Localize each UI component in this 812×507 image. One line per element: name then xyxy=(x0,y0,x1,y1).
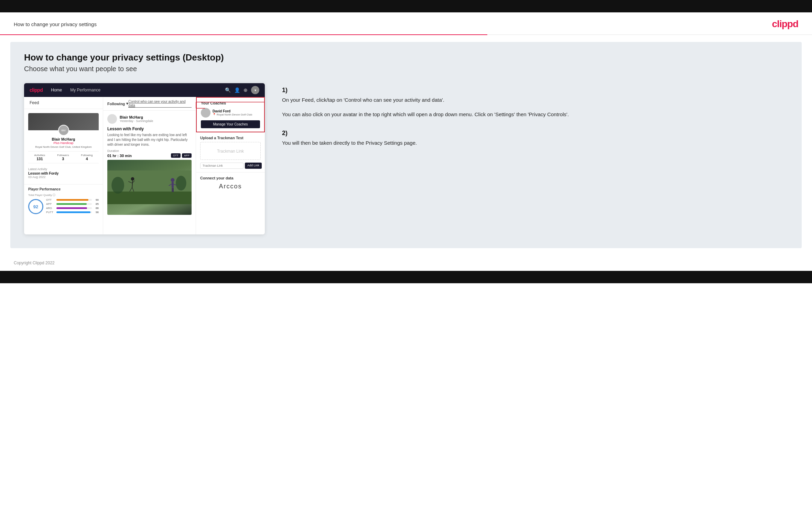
pp-quality-row: 92 OTT 90 APP xyxy=(28,198,99,215)
manage-coaches-button[interactable]: Manage Your Coaches xyxy=(201,120,260,128)
logo: clippd xyxy=(772,19,798,30)
control-privacy-link[interactable]: Control who can see your activity and da… xyxy=(128,100,192,108)
coach-avatar xyxy=(201,108,210,118)
instruction-1: 1) On your Feed, click/tap on 'Control w… xyxy=(282,87,781,119)
post-header: Blair McHarg Yesterday · Sunningdale xyxy=(107,114,192,124)
instruction-2: 2) You will then be taken directly to th… xyxy=(282,130,781,147)
svg-point-2 xyxy=(111,177,124,194)
bar-ott-fill xyxy=(56,199,88,201)
app-navbar: clippd Home My Performance 🔍 👤 ⊕ ▾ xyxy=(24,83,265,97)
profile-handicap: Plus Handicap xyxy=(28,141,99,145)
post-author-name: Blair McHarg xyxy=(120,115,153,119)
stat-activities-value: 131 xyxy=(34,157,45,161)
tag-ott: OTT xyxy=(171,153,181,158)
nav-home[interactable]: Home xyxy=(51,88,62,92)
stat-following: Following 4 xyxy=(81,154,93,161)
coaches-widget: Your Coaches David Ford 📍 Royal North De… xyxy=(196,97,265,132)
app-logo: clippd xyxy=(30,87,43,93)
svg-point-4 xyxy=(131,177,134,181)
latest-activity-name: Lesson with Fordy xyxy=(28,172,99,175)
app-sidebar: Feed BM Blair McHarg Plus Handicap Royal… xyxy=(24,97,103,234)
instruction-2-number: 2) xyxy=(282,130,781,137)
post-body: Looking to feel like my hands are exitin… xyxy=(107,133,192,147)
svg-point-10 xyxy=(171,178,174,182)
golf-scene xyxy=(107,160,192,215)
app-mockup: clippd Home My Performance 🔍 👤 ⊕ ▾ Feed xyxy=(24,83,265,234)
nav-my-performance[interactable]: My Performance xyxy=(70,88,100,92)
bar-arg-value: 86 xyxy=(93,207,99,210)
app-feed: Following ▾ Control who can see your act… xyxy=(103,97,196,234)
content-row: clippd Home My Performance 🔍 👤 ⊕ ▾ Feed xyxy=(24,83,788,234)
feed-controls: Following ▾ Control who can see your act… xyxy=(103,97,196,111)
trackman-input-row: Add Link xyxy=(200,163,261,169)
page-subheading: Choose what you want people to see xyxy=(24,65,788,73)
main-content: How to change your privacy settings (Des… xyxy=(10,42,802,248)
search-icon[interactable]: 🔍 xyxy=(225,87,231,93)
stat-followers-label: Followers xyxy=(57,154,69,157)
pin-icon: 📍 xyxy=(213,113,216,116)
coaches-title: Your Coaches xyxy=(201,101,260,105)
profile-card: BM Blair McHarg Plus Handicap Royal Nort… xyxy=(24,109,103,184)
post-card: Blair McHarg Yesterday · Sunningdale Les… xyxy=(103,111,196,218)
avatar-icon: ▾ xyxy=(255,88,256,92)
app-right-panel: Your Coaches David Ford 📍 Royal North De… xyxy=(196,97,265,234)
profile-stats: Activities 131 Followers 3 Following 4 xyxy=(28,151,99,163)
app-nav-icons: 🔍 👤 ⊕ ▾ xyxy=(225,86,259,94)
bar-ott-value: 90 xyxy=(93,198,99,201)
svg-rect-11 xyxy=(172,182,174,188)
player-performance: Player Performance Total Player Quality … xyxy=(24,184,103,218)
footer: Copyright Clippd 2022 xyxy=(0,255,812,271)
trackman-add-button[interactable]: Add Link xyxy=(245,163,262,169)
avatar-initials: BM xyxy=(62,129,66,132)
post-title: Lesson with Fordy xyxy=(107,126,192,131)
trackman-widget: Upload a Trackman Test Trackman Link Add… xyxy=(196,132,265,173)
svg-line-5 xyxy=(132,180,132,187)
pp-title: Player Performance xyxy=(28,187,99,191)
bar-putt-value: 96 xyxy=(93,211,99,214)
bar-app: APP 85 xyxy=(46,202,99,206)
bar-app-fill xyxy=(56,203,87,205)
duration-row: 01 hr : 30 min OTT APP xyxy=(107,153,192,158)
trackman-input[interactable] xyxy=(200,163,243,169)
trackman-link-label: Trackman Link xyxy=(217,149,244,154)
plus-icon[interactable]: ⊕ xyxy=(243,87,248,93)
svg-point-3 xyxy=(176,176,186,190)
stat-activities-label: Activities xyxy=(34,154,45,157)
bar-ott-label: OTT xyxy=(46,198,55,201)
header: How to change your privacy settings clip… xyxy=(0,12,812,34)
user-icon[interactable]: 👤 xyxy=(234,87,240,93)
profile-banner: BM xyxy=(28,113,99,130)
pp-circle: 92 xyxy=(28,199,43,214)
header-title: How to change your privacy settings xyxy=(14,21,97,27)
feed-tab[interactable]: Feed xyxy=(24,97,103,109)
bottom-bar xyxy=(0,271,812,283)
instruction-1-number: 1) xyxy=(282,87,781,94)
bar-ott: OTT 90 xyxy=(46,198,99,201)
stat-following-value: 4 xyxy=(81,157,93,161)
bar-arg: ARG 86 xyxy=(46,207,99,210)
instruction-2-text: You will then be taken directly to the P… xyxy=(282,139,781,147)
bar-putt-label: PUTT xyxy=(46,211,55,214)
copyright: Copyright Clippd 2022 xyxy=(14,261,55,265)
coach-name: David Ford xyxy=(213,109,252,113)
bar-ott-track xyxy=(56,199,92,201)
app-body: Feed BM Blair McHarg Plus Handicap Royal… xyxy=(24,97,265,234)
svg-rect-1 xyxy=(107,191,192,204)
stat-followers: Followers 3 xyxy=(57,154,69,161)
trackman-title: Upload a Trackman Test xyxy=(200,136,261,140)
header-divider xyxy=(0,34,812,35)
following-button[interactable]: Following ▾ xyxy=(107,101,128,106)
svg-rect-15 xyxy=(173,188,173,192)
bar-app-value: 85 xyxy=(93,202,99,206)
post-image xyxy=(107,160,192,215)
bar-putt-track xyxy=(56,211,92,213)
pp-bars: OTT 90 APP xyxy=(46,198,99,215)
following-label: Following xyxy=(107,102,125,106)
page-heading: How to change your privacy settings (Des… xyxy=(24,52,788,63)
latest-activity-date: 03 Aug 2022 xyxy=(28,175,99,179)
bar-arg-fill xyxy=(56,207,87,209)
stat-followers-value: 3 xyxy=(57,157,69,161)
avatar-button[interactable]: ▾ xyxy=(251,86,259,94)
svg-rect-14 xyxy=(172,188,172,192)
bar-arg-track xyxy=(56,207,92,209)
